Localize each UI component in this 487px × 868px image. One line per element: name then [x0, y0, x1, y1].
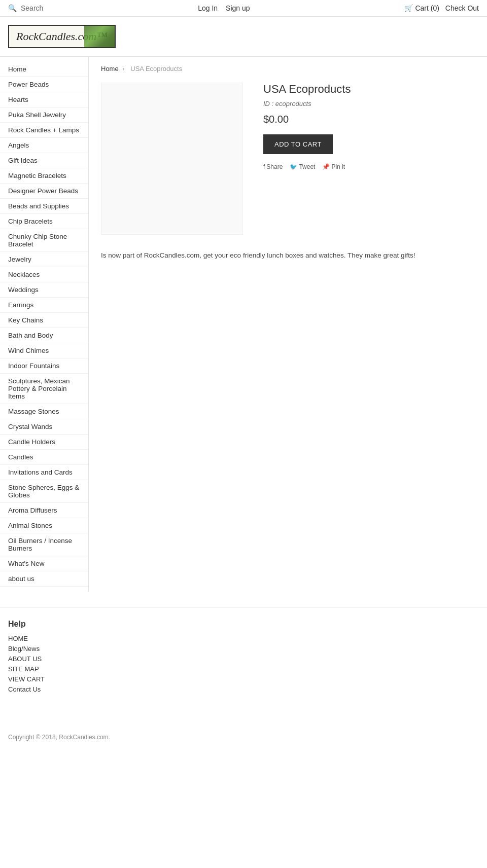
cart-area[interactable]: 🛒 Cart (0) — [404, 4, 439, 12]
checkout-link[interactable]: Check Out — [445, 4, 479, 12]
search-input[interactable]: Search — [21, 4, 43, 12]
sidebar-item-power-beads[interactable]: Power Beads — [0, 77, 88, 92]
sidebar-item-candles[interactable]: Candles — [0, 450, 88, 465]
facebook-icon: f — [263, 163, 265, 170]
breadcrumb-separator: › — [122, 65, 124, 73]
main-layout: HomePower BeadsHeartsPuka Shell JewelryR… — [0, 57, 487, 592]
product-id-value: ecoproducts — [275, 100, 311, 107]
search-icon: 🔍 — [8, 4, 17, 12]
share-label: Share — [266, 163, 283, 170]
sidebar-item-weddings[interactable]: Weddings — [0, 282, 88, 298]
product-details: USA Ecoproducts ID : ecoproducts $0.00 A… — [263, 83, 475, 235]
sidebar-item-animal-stones[interactable]: Animal Stones — [0, 518, 88, 533]
sidebar-item-stone-spheres[interactable]: Stone Spheres, Eggs & Globes — [0, 480, 88, 503]
sidebar-item-aroma-diffusers[interactable]: Aroma Diffusers — [0, 503, 88, 518]
sidebar-item-oil-burners[interactable]: Oil Burners / Incense Burners — [0, 533, 88, 556]
sidebar-item-invitations-and-cards[interactable]: Invitations and Cards — [0, 465, 88, 480]
footer-help-title: Help — [8, 620, 479, 629]
footer-home[interactable]: HOME — [8, 635, 479, 642]
tweet-label: Tweet — [299, 163, 315, 170]
sidebar-item-chunky-chip-stone-bracelet[interactable]: Chunky Chip Stone Bracelet — [0, 229, 88, 252]
sidebar-item-jewelry[interactable]: Jewelry — [0, 252, 88, 267]
sidebar-item-whats-new[interactable]: What's New — [0, 556, 88, 571]
sidebar-item-designer-power-beads[interactable]: Designer Power Beads — [0, 184, 88, 199]
twitter-icon: 🐦 — [290, 163, 297, 170]
pin-label: Pin it — [331, 163, 345, 170]
site-header: 🔍 Search Log In Sign up 🛒 Cart (0) Check… — [0, 0, 487, 17]
header-right: 🛒 Cart (0) Check Out — [404, 4, 479, 12]
logo-decoration — [84, 26, 115, 47]
sidebar-item-crystal-wands[interactable]: Crystal Wands — [0, 419, 88, 435]
footer-about[interactable]: ABOUT US — [8, 655, 479, 663]
sidebar-item-wind-chimes[interactable]: Wind Chimes — [0, 343, 88, 358]
sidebar-item-hearts[interactable]: Hearts — [0, 92, 88, 107]
breadcrumb: Home › USA Ecoproducts — [101, 65, 475, 73]
cart-label[interactable]: Cart (0) — [415, 4, 439, 12]
pinterest-icon: 📌 — [322, 163, 330, 170]
footer-copyright: Copyright © 2018, RockCandles.com. — [0, 729, 487, 746]
site-footer: Help HOMEBlog/NewsABOUT USSITE MAPVIEW C… — [0, 607, 487, 713]
sidebar-item-necklaces[interactable]: Necklaces — [0, 267, 88, 282]
footer-links: HOMEBlog/NewsABOUT USSITE MAPVIEW CARTCo… — [8, 635, 479, 693]
sidebar-item-massage-stones[interactable]: Massage Stones — [0, 404, 88, 419]
sidebar-item-indoor-fountains[interactable]: Indoor Fountains — [0, 358, 88, 374]
footer-blog[interactable]: Blog/News — [8, 645, 479, 653]
sidebar-item-gift-ideas[interactable]: Gift Ideas — [0, 153, 88, 168]
sidebar-item-magnetic-bracelets[interactable]: Magnetic Bracelets — [0, 168, 88, 184]
logo[interactable]: RockCandles.com™ — [8, 25, 116, 48]
logo-area: RockCandles.com™ — [0, 17, 487, 57]
sidebar-item-candle-holders[interactable]: Candle Holders — [0, 435, 88, 450]
pin-link[interactable]: 📌 Pin it — [322, 163, 345, 170]
sidebar-item-puka-shell-jewelry[interactable]: Puka Shell Jewelry — [0, 107, 88, 123]
header-nav: Log In Sign up — [198, 4, 250, 12]
sidebar-item-key-chains[interactable]: Key Chains — [0, 313, 88, 328]
breadcrumb-current: USA Ecoproducts — [130, 65, 182, 73]
sidebar-item-bath-and-body[interactable]: Bath and Body — [0, 328, 88, 343]
sidebar-item-angels[interactable]: Angels — [0, 138, 88, 153]
sidebar-item-sculptures[interactable]: Sculptures, Mexican Pottery & Porcelain … — [0, 374, 88, 404]
product-id: ID : ecoproducts — [263, 100, 475, 107]
cart-icon: 🛒 — [404, 4, 413, 12]
sidebar-item-rock-candles-lamps[interactable]: Rock Candles + Lamps — [0, 123, 88, 138]
main-content: Home › USA Ecoproducts USA Ecoproducts I… — [89, 57, 487, 592]
add-to-cart-button[interactable]: ADD TO CART — [263, 134, 333, 154]
sidebar-item-chip-bracelets[interactable]: Chip Bracelets — [0, 214, 88, 229]
product-description: Is now part of RockCandles.com, get your… — [101, 250, 475, 261]
footer-sitemap[interactable]: SITE MAP — [8, 665, 479, 673]
sidebar-item-home[interactable]: Home — [0, 62, 88, 77]
search-area: 🔍 Search — [8, 4, 43, 12]
product-image — [101, 83, 243, 235]
product-title: USA Ecoproducts — [263, 83, 475, 96]
product-price: $0.00 — [263, 114, 475, 125]
sidebar-item-earrings[interactable]: Earrings — [0, 298, 88, 313]
footer-cart[interactable]: VIEW CART — [8, 675, 479, 683]
footer-contact[interactable]: Contact Us — [8, 685, 479, 693]
login-link[interactable]: Log In — [198, 4, 218, 12]
sidebar: HomePower BeadsHeartsPuka Shell JewelryR… — [0, 57, 89, 592]
sidebar-item-about-us[interactable]: about us — [0, 571, 88, 587]
product-id-label: ID : — [263, 100, 273, 107]
social-share: f Share 🐦 Tweet 📌 Pin it — [263, 163, 475, 170]
signup-link[interactable]: Sign up — [226, 4, 250, 12]
tweet-link[interactable]: 🐦 Tweet — [290, 163, 315, 170]
sidebar-item-beads-and-supplies[interactable]: Beads and Supplies — [0, 199, 88, 214]
breadcrumb-home[interactable]: Home — [101, 65, 119, 73]
share-facebook-link[interactable]: f Share — [263, 163, 283, 170]
product-area: USA Ecoproducts ID : ecoproducts $0.00 A… — [101, 83, 475, 235]
